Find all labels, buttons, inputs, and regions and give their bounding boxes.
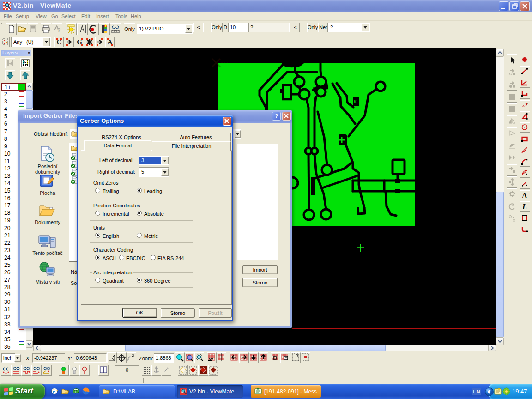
svg-text:A: A [522, 192, 527, 200]
svg-text:L: L [522, 203, 527, 211]
svg-text:s: s [200, 367, 202, 369]
svg-text:?: ? [57, 27, 60, 34]
svg-text:e: e [53, 388, 55, 395]
svg-text:K: K [354, 99, 357, 104]
